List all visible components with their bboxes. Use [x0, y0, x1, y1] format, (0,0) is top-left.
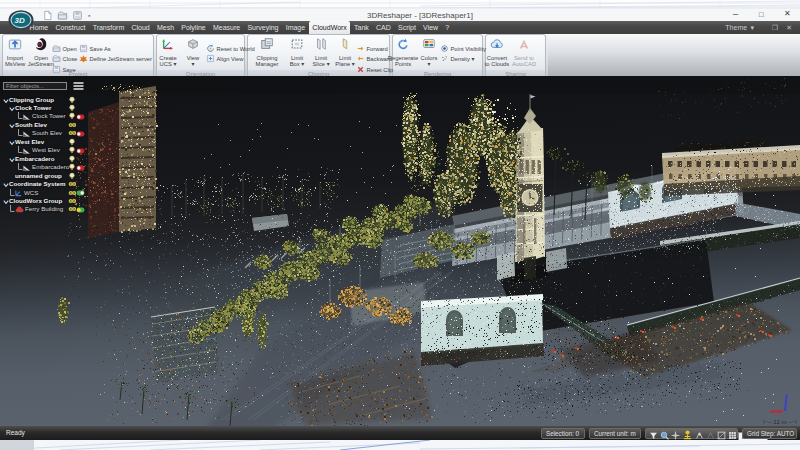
svg-text:⊢– 12 m –⊣: ⊢– 12 m –⊣ [763, 419, 797, 425]
svg-text:3D: 3D [15, 16, 25, 25]
